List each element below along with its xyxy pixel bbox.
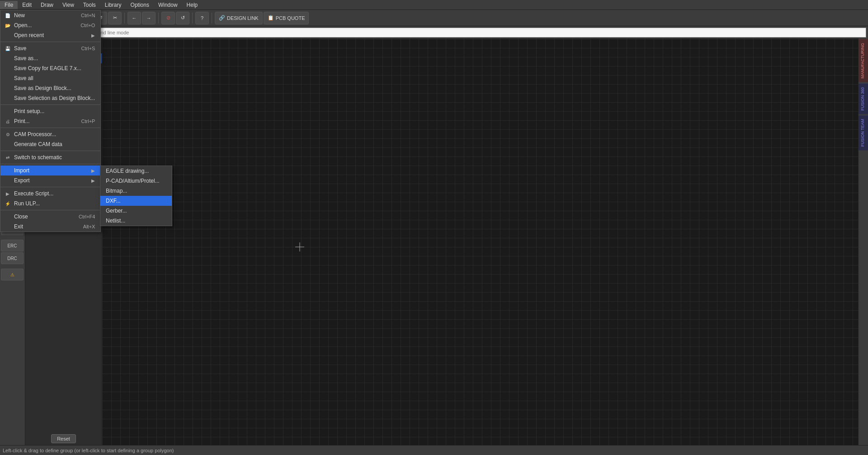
menu-tools[interactable]: Tools bbox=[79, 1, 100, 9]
menu-item-save-as[interactable]: Save as... bbox=[0, 53, 100, 63]
cmdline-input[interactable] bbox=[2, 28, 866, 38]
pcb-quote-label: PCB QUOTE bbox=[276, 15, 305, 21]
menu-item-save-copy-eagle[interactable]: Save Copy for EAGLE 7.x... bbox=[0, 63, 100, 73]
print-label: Print... bbox=[14, 118, 30, 124]
menu-file[interactable]: File bbox=[0, 1, 18, 9]
close-icon bbox=[4, 213, 11, 220]
menu-library[interactable]: Library bbox=[100, 1, 126, 9]
new-label: New bbox=[14, 12, 25, 19]
open-icon: 📂 bbox=[4, 22, 11, 29]
fusion-team-tab[interactable]: FUSION TEAM bbox=[859, 115, 868, 150]
print-shortcut: Ctrl+P bbox=[81, 118, 95, 124]
menu-item-save-selection-block[interactable]: Save Selection as Design Block... bbox=[0, 93, 100, 103]
script-label: Execute Script... bbox=[14, 190, 53, 197]
help-button[interactable]: ? bbox=[195, 12, 209, 24]
drc-btn[interactable]: DRC bbox=[1, 252, 24, 264]
close-label: Close bbox=[14, 213, 28, 220]
menu-draw[interactable]: Draw bbox=[36, 1, 58, 9]
import-gerber[interactable]: Gerber... bbox=[100, 206, 172, 216]
export-icon bbox=[4, 177, 11, 184]
import-label: Import bbox=[14, 167, 29, 174]
cam-icon: ⚙ bbox=[4, 131, 11, 138]
menu-item-switch-schematic[interactable]: ⇄ Switch to schematic bbox=[0, 152, 100, 162]
menu-item-generate-cam[interactable]: Generate CAM data bbox=[0, 139, 100, 149]
gen-cam-label: Generate CAM data bbox=[14, 141, 62, 147]
print-icon: 🖨 bbox=[4, 118, 11, 125]
cam-label: CAM Processor... bbox=[14, 131, 56, 137]
menu-item-save[interactable]: 💾 Save Ctrl+S bbox=[0, 43, 100, 53]
canvas-grid bbox=[102, 39, 858, 445]
menu-item-print[interactable]: 🖨 Print... Ctrl+P bbox=[0, 116, 100, 126]
undo-button[interactable]: ← bbox=[127, 12, 141, 24]
sep-6 bbox=[0, 187, 100, 187]
toolbar-sep-3 bbox=[158, 13, 159, 24]
save-sel-icon bbox=[4, 95, 11, 102]
import-netlist[interactable]: Netlist... bbox=[100, 216, 172, 226]
switch-label: Switch to schematic bbox=[14, 154, 62, 161]
menu-item-close[interactable]: Close Ctrl+F4 bbox=[0, 212, 100, 222]
menu-item-execute-script[interactable]: ▶ Execute Script... bbox=[0, 189, 100, 199]
refresh-button[interactable]: ↺ bbox=[176, 12, 189, 24]
import-submenu: EAGLE drawing... P-CAD/Altium/Protel... … bbox=[100, 166, 172, 226]
menu-item-cam-processor[interactable]: ⚙ CAM Processor... bbox=[0, 129, 100, 139]
manufacturing-tab[interactable]: MANUFACTURING bbox=[859, 39, 868, 82]
fusion360-tab[interactable]: FUSION 360 bbox=[859, 83, 868, 114]
menu-options[interactable]: Options bbox=[126, 1, 154, 9]
menu-item-run-ulp[interactable]: ⚡ Run ULP... bbox=[0, 199, 100, 209]
design-link-button[interactable]: 🔗 DESIGN LINK bbox=[215, 12, 263, 24]
save-icon: 💾 bbox=[4, 45, 11, 52]
sep-7 bbox=[0, 210, 100, 210]
new-icon: 📄 bbox=[4, 12, 11, 19]
export-arrow: ▶ bbox=[91, 178, 95, 183]
import-eagle-drawing[interactable]: EAGLE drawing... bbox=[100, 166, 172, 176]
erc-btn[interactable]: ERC bbox=[1, 240, 24, 251]
ulp-icon: ⚡ bbox=[4, 200, 11, 207]
open-recent-arrow: ▶ bbox=[91, 33, 95, 38]
save-sel-label: Save Selection as Design Block... bbox=[14, 95, 95, 101]
save-label: Save bbox=[14, 45, 26, 52]
menu-item-export[interactable]: Export ▶ bbox=[0, 175, 100, 185]
sep-5 bbox=[0, 164, 100, 164]
import-dxf[interactable]: DXF... bbox=[100, 196, 172, 206]
import-bitmap[interactable]: Bitmap... bbox=[100, 186, 172, 196]
design-link-icon: 🔗 bbox=[219, 15, 225, 21]
design-link-label: DESIGN LINK bbox=[227, 15, 259, 21]
open-recent-label: Open recent bbox=[14, 32, 44, 38]
exit-label: Exit bbox=[14, 223, 23, 230]
menu-item-save-design-block[interactable]: Save as Design Block... bbox=[0, 83, 100, 93]
menu-view[interactable]: View bbox=[58, 1, 79, 9]
stop-button[interactable]: ⊘ bbox=[161, 12, 175, 24]
pcad-label: P-CAD/Altium/Protel... bbox=[106, 178, 160, 184]
menu-item-save-all[interactable]: Save all bbox=[0, 73, 100, 83]
toolbar-sep-4 bbox=[192, 13, 193, 24]
switch-icon: ⇄ bbox=[4, 154, 11, 161]
save-all-label: Save all bbox=[14, 75, 33, 81]
import-pcad-altium[interactable]: P-CAD/Altium/Protel... bbox=[100, 176, 172, 186]
menu-edit[interactable]: Edit bbox=[18, 1, 36, 9]
gen-cam-icon bbox=[4, 141, 11, 148]
menu-item-open[interactable]: 📂 Open... Ctrl+O bbox=[0, 20, 100, 30]
menu-item-exit[interactable]: Exit Alt+X bbox=[0, 222, 100, 232]
redo-button[interactable]: → bbox=[142, 12, 156, 24]
menu-item-import[interactable]: Import ▶ EAGLE drawing... P-CAD/Altium/P… bbox=[0, 166, 100, 175]
menu-item-open-recent[interactable]: Open recent ▶ bbox=[0, 30, 100, 40]
lt-sep-7 bbox=[1, 265, 24, 268]
save-as-label: Save as... bbox=[14, 55, 38, 62]
warning-btn[interactable]: ⚠ bbox=[1, 269, 24, 280]
cut-button[interactable]: ✂ bbox=[108, 12, 122, 24]
pcb-quote-button[interactable]: 📋 PCB QUOTE bbox=[264, 12, 309, 24]
open-recent-icon bbox=[4, 32, 11, 39]
menu-window[interactable]: Window bbox=[154, 1, 182, 9]
menu-item-new[interactable]: 📄 New Ctrl+N bbox=[0, 10, 100, 20]
reset-button[interactable]: Reset bbox=[51, 434, 76, 443]
menu-help[interactable]: Help bbox=[182, 1, 203, 9]
exit-shortcut: Alt+X bbox=[83, 224, 95, 229]
gerber-label: Gerber... bbox=[106, 208, 127, 214]
menu-item-print-setup[interactable]: Print setup... bbox=[0, 106, 100, 116]
close-shortcut: Ctrl+F4 bbox=[79, 214, 95, 219]
canvas-area bbox=[102, 39, 858, 445]
save-block-icon bbox=[4, 85, 11, 92]
toolbar-sep-2 bbox=[124, 13, 125, 24]
sep-2 bbox=[0, 104, 100, 105]
open-label: Open... bbox=[14, 22, 32, 28]
